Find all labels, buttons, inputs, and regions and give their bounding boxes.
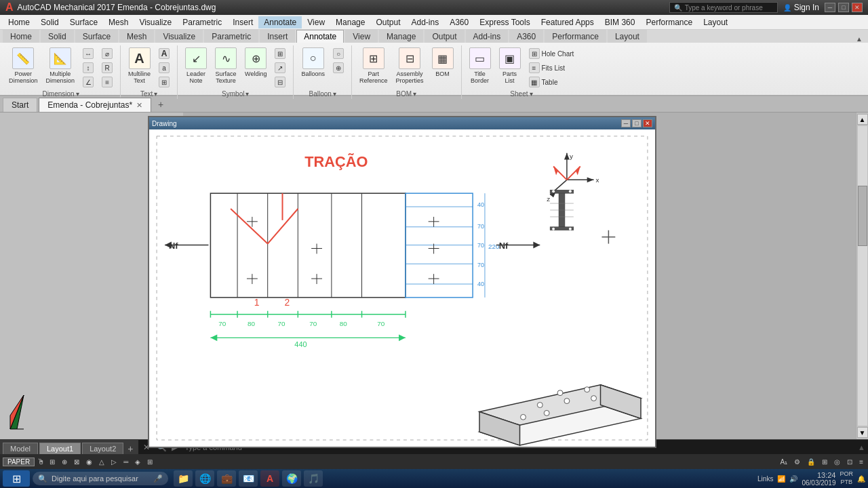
btn-dim-small-2[interactable]: ↕ <box>79 61 97 75</box>
polar-btn[interactable]: ◉ <box>84 458 94 466</box>
ribbon-tab-view[interactable]: View <box>345 30 378 43</box>
sheet-expand-icon[interactable]: ▾ <box>530 90 533 98</box>
isolate-btn[interactable]: ◎ <box>832 458 842 466</box>
balloon-expand-icon[interactable]: ▾ <box>333 90 336 98</box>
fullscreen-btn[interactable]: ⊡ <box>845 458 854 466</box>
btn-dim-small-5[interactable]: R <box>98 61 116 75</box>
symbol-expand-icon[interactable]: ▾ <box>245 90 249 98</box>
menu-manage[interactable]: Manage <box>330 16 370 28</box>
minimize-btn[interactable]: ─ <box>825 3 835 12</box>
taskbar-app-file-explorer[interactable]: 📁 <box>174 470 193 487</box>
btn-leader-note[interactable]: ↙ Leader Note <box>182 45 210 86</box>
customize-btn[interactable]: ≡ <box>857 458 865 466</box>
btn-surface-texture[interactable]: ∿ Surface Texture <box>212 45 240 86</box>
float-minimize[interactable]: ─ <box>621 119 631 127</box>
btn-symbol-1[interactable]: ⊞ <box>271 47 289 60</box>
btn-dim-small-1[interactable]: ↔ <box>79 47 97 60</box>
float-close[interactable]: ✕ <box>643 119 652 127</box>
ribbon-tab-parametric[interactable]: Parametric <box>204 30 258 43</box>
snap-btn[interactable]: ⊞ <box>47 458 57 466</box>
menu-visualize[interactable]: Visualize <box>134 16 177 28</box>
taskbar-app-music[interactable]: 🎵 <box>304 470 323 487</box>
btn-welding[interactable]: ⊕ Welding <box>241 45 270 79</box>
layout-tab-layout2[interactable]: Layout2 <box>82 443 123 454</box>
qprops-btn[interactable]: ⊞ <box>145 458 155 466</box>
ribbon-tab-mesh[interactable]: Mesh <box>119 30 154 43</box>
menu-annotate[interactable]: Annotate <box>258 16 302 28</box>
btn-text-small-2[interactable]: a <box>155 61 173 75</box>
lock-ui-btn[interactable]: 🔒 <box>805 458 817 466</box>
close-btn[interactable]: ✕ <box>852 3 863 12</box>
start-button[interactable]: ⊞ <box>3 470 30 487</box>
scroll-thumb[interactable] <box>858 186 867 245</box>
btn-title-border[interactable]: ▭ Title Border <box>466 45 494 86</box>
menu-solid[interactable]: Solid <box>35 16 64 28</box>
scroll-down-btn[interactable]: ▼ <box>857 427 868 438</box>
ortho-btn[interactable]: ⊠ <box>72 458 81 466</box>
menu-featured[interactable]: Featured Apps <box>536 16 599 28</box>
ribbon-tab-annotate[interactable]: Annotate <box>296 30 344 43</box>
maximize-btn[interactable]: □ <box>838 3 849 12</box>
scroll-up-btn[interactable]: ▲ <box>857 114 868 125</box>
title-search[interactable]: 🔍 Type a keyword or phrase <box>669 2 778 13</box>
btn-dim-small-6[interactable]: ≡ <box>98 75 116 89</box>
ribbon-tab-performance[interactable]: Performance <box>545 30 606 43</box>
doc-tab-emenda[interactable]: Emenda - Cobrejuntas* ✕ <box>39 98 151 112</box>
taskbar-app-chrome[interactable]: 🌍 <box>282 470 301 487</box>
menu-bim360[interactable]: BIM 360 <box>599 16 641 28</box>
taskbar-notification-icon[interactable]: 🔔 <box>857 475 865 483</box>
menu-mesh[interactable]: Mesh <box>103 16 134 28</box>
layout-tab-model[interactable]: Model <box>3 443 38 454</box>
ribbon-tab-visualize[interactable]: Visualize <box>155 30 203 43</box>
menu-view[interactable]: View <box>302 16 330 28</box>
btn-balloons[interactable]: ○ Balloons <box>298 45 328 79</box>
ribbon-tab-surface[interactable]: Surface <box>75 30 118 43</box>
ribbon-tab-layout[interactable]: Layout <box>608 30 647 43</box>
otrack-btn[interactable]: ▷ <box>109 458 119 466</box>
btn-dim-small-3[interactable]: ∠ <box>79 75 97 89</box>
btn-fits-list[interactable]: ≡ Fits List <box>526 61 578 75</box>
btn-part-reference[interactable]: ⊞ Part Reference <box>356 45 391 86</box>
sign-in-btn[interactable]: 👤 Sign In <box>783 3 819 12</box>
ribbon-tab-insert[interactable]: Insert <box>260 30 295 43</box>
osnap-btn[interactable]: △ <box>97 458 106 466</box>
doc-tab-start[interactable]: Start <box>3 98 37 112</box>
btn-multiline-text[interactable]: A Multiline Text <box>125 45 154 86</box>
layout-tab-layout1[interactable]: Layout1 <box>39 443 81 454</box>
menu-addins[interactable]: Add-ins <box>406 16 445 28</box>
btn-balloon-1[interactable]: ○ <box>330 47 347 60</box>
dimension-expand-icon[interactable]: ▾ <box>76 90 79 98</box>
cmd-scrollbar[interactable]: ▲ <box>858 443 865 451</box>
btn-text-small-3[interactable]: ⊞ <box>155 75 173 89</box>
float-restore[interactable]: □ <box>632 119 642 127</box>
btn-balloon-2[interactable]: ⊕ <box>330 61 347 75</box>
hardware-accel-btn[interactable]: ⊞ <box>820 458 829 466</box>
menu-layout[interactable]: Layout <box>698 16 733 28</box>
menu-parametric[interactable]: Parametric <box>177 16 227 28</box>
bom-expand-icon[interactable]: ▾ <box>413 90 416 98</box>
doc-tab-close[interactable]: ✕ <box>136 101 142 110</box>
menu-a360[interactable]: A360 <box>444 16 474 28</box>
btn-bom[interactable]: ▦ BOM <box>429 45 457 79</box>
doc-tab-add[interactable]: + <box>153 97 169 112</box>
right-scrollbar[interactable]: ▲ ▼ <box>856 113 868 439</box>
add-layout-btn[interactable]: + <box>125 443 136 454</box>
menu-express[interactable]: Express Tools <box>474 16 535 28</box>
ribbon-tab-home[interactable]: Home <box>3 30 39 43</box>
taskbar-search[interactable]: 🔍 Digite aqui para pesquisar 🎤 <box>33 472 168 485</box>
btn-table[interactable]: ▦ Table <box>526 75 578 89</box>
btn-multiple-dimension[interactable]: 📐 Multiple Dimension <box>43 45 79 86</box>
ribbon-tab-a360[interactable]: A360 <box>509 30 543 43</box>
menu-home[interactable]: Home <box>3 16 35 28</box>
btn-text-small-1[interactable]: A <box>155 47 173 60</box>
ribbon-tab-solid[interactable]: Solid <box>41 30 74 43</box>
ribbon-tab-output[interactable]: Output <box>425 30 464 43</box>
ribbon-collapse-icon[interactable]: ▲ <box>856 35 863 43</box>
taskbar-app-browser[interactable]: 🌐 <box>195 470 214 487</box>
ribbon-tab-addins[interactable]: Add-ins <box>466 30 509 43</box>
anno-scale-btn[interactable]: A₁ <box>778 458 789 466</box>
btn-assembly-properties[interactable]: ⊟ Assembly Properties <box>393 45 427 86</box>
taskbar-app-autocad[interactable]: A <box>260 470 279 487</box>
menu-output[interactable]: Output <box>370 16 406 28</box>
btn-hole-chart[interactable]: ⊞ Hole Chart <box>526 47 578 60</box>
